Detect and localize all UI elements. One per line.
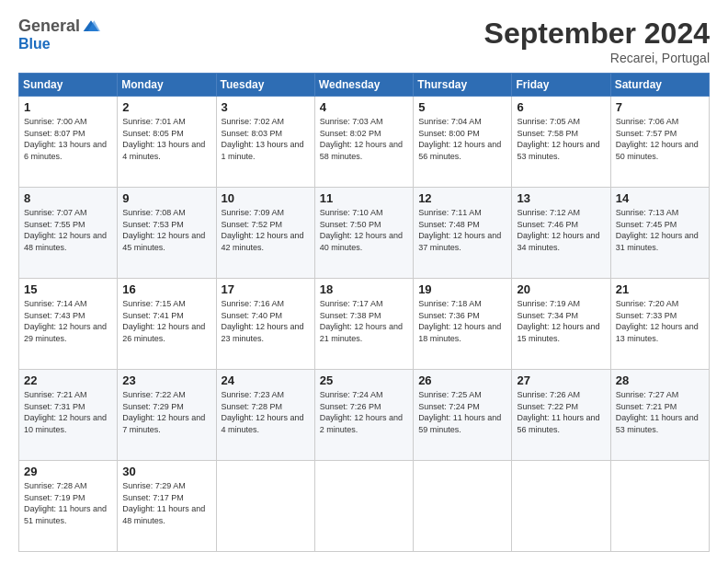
page: General Blue September 2024 Recarei, Por…	[0, 0, 728, 563]
day-number: 29	[24, 465, 112, 478]
day-detail: Sunrise: 7:19 AMSunset: 7:34 PMDaylight:…	[517, 299, 599, 343]
day-number: 27	[517, 373, 605, 387]
day-detail: Sunrise: 7:25 AMSunset: 7:24 PMDaylight:…	[418, 390, 501, 434]
calendar-cell: 14Sunrise: 7:13 AMSunset: 7:45 PMDayligh…	[610, 188, 709, 279]
calendar-cell: 3Sunrise: 7:02 AMSunset: 8:03 PMDaylight…	[216, 97, 314, 188]
day-number: 25	[320, 373, 408, 387]
day-number: 14	[616, 191, 704, 205]
day-detail: Sunrise: 7:22 AMSunset: 7:29 PMDaylight:…	[122, 390, 205, 434]
calendar-cell: 6Sunrise: 7:05 AMSunset: 7:58 PMDaylight…	[512, 97, 610, 188]
calendar-row-5: 29Sunrise: 7:28 AMSunset: 7:19 PMDayligh…	[19, 461, 710, 552]
day-detail: Sunrise: 7:11 AMSunset: 7:48 PMDaylight:…	[418, 208, 501, 252]
day-number: 11	[320, 191, 408, 205]
calendar-cell: 22Sunrise: 7:21 AMSunset: 7:31 PMDayligh…	[19, 370, 118, 461]
calendar-cell: 26Sunrise: 7:25 AMSunset: 7:24 PMDayligh…	[414, 370, 512, 461]
calendar-row-1: 1Sunrise: 7:00 AMSunset: 8:07 PMDaylight…	[19, 97, 710, 188]
col-saturday: Saturday	[610, 74, 709, 97]
calendar-row-4: 22Sunrise: 7:21 AMSunset: 7:31 PMDayligh…	[19, 370, 710, 461]
day-detail: Sunrise: 7:04 AMSunset: 8:00 PMDaylight:…	[418, 117, 501, 161]
day-number: 13	[517, 191, 605, 205]
title-section: September 2024 Recarei, Portugal	[484, 17, 710, 65]
day-number: 22	[24, 373, 112, 387]
calendar-cell: 13Sunrise: 7:12 AMSunset: 7:46 PMDayligh…	[512, 188, 610, 279]
calendar-cell: 21Sunrise: 7:20 AMSunset: 7:33 PMDayligh…	[610, 279, 709, 370]
day-detail: Sunrise: 7:05 AMSunset: 7:58 PMDaylight:…	[517, 117, 599, 161]
calendar-cell: 25Sunrise: 7:24 AMSunset: 7:26 PMDayligh…	[314, 370, 413, 461]
calendar-header-row: Sunday Monday Tuesday Wednesday Thursday…	[19, 74, 710, 97]
calendar-cell: 8Sunrise: 7:07 AMSunset: 7:55 PMDaylight…	[19, 188, 118, 279]
calendar-row-3: 15Sunrise: 7:14 AMSunset: 7:43 PMDayligh…	[19, 279, 710, 370]
day-detail: Sunrise: 7:14 AMSunset: 7:43 PMDaylight:…	[24, 299, 107, 343]
calendar-cell	[512, 461, 610, 552]
day-number: 7	[616, 100, 704, 114]
day-number: 30	[122, 465, 210, 478]
day-detail: Sunrise: 7:24 AMSunset: 7:26 PMDaylight:…	[320, 390, 403, 434]
day-number: 2	[122, 100, 210, 114]
day-detail: Sunrise: 7:08 AMSunset: 7:53 PMDaylight:…	[122, 208, 205, 252]
calendar-cell: 10Sunrise: 7:09 AMSunset: 7:52 PMDayligh…	[216, 188, 314, 279]
calendar-table: Sunday Monday Tuesday Wednesday Thursday…	[18, 73, 710, 552]
logo-icon	[82, 17, 100, 36]
day-detail: Sunrise: 7:03 AMSunset: 8:02 PMDaylight:…	[320, 117, 403, 161]
day-number: 1	[24, 100, 112, 114]
day-number: 9	[122, 191, 210, 205]
calendar-cell	[610, 461, 709, 552]
day-number: 26	[418, 373, 506, 387]
calendar-cell: 23Sunrise: 7:22 AMSunset: 7:29 PMDayligh…	[118, 370, 216, 461]
col-tuesday: Tuesday	[216, 74, 314, 97]
day-number: 28	[616, 373, 704, 387]
calendar-cell: 19Sunrise: 7:18 AMSunset: 7:36 PMDayligh…	[414, 279, 512, 370]
day-detail: Sunrise: 7:01 AMSunset: 8:05 PMDaylight:…	[122, 117, 205, 161]
day-detail: Sunrise: 7:13 AMSunset: 7:45 PMDaylight:…	[616, 208, 699, 252]
day-number: 23	[122, 373, 210, 387]
day-number: 21	[616, 282, 704, 296]
calendar-cell: 1Sunrise: 7:00 AMSunset: 8:07 PMDaylight…	[19, 97, 118, 188]
calendar-cell: 4Sunrise: 7:03 AMSunset: 8:02 PMDaylight…	[314, 97, 413, 188]
calendar-cell: 12Sunrise: 7:11 AMSunset: 7:48 PMDayligh…	[414, 188, 512, 279]
day-detail: Sunrise: 7:07 AMSunset: 7:55 PMDaylight:…	[24, 208, 107, 252]
col-sunday: Sunday	[19, 74, 118, 97]
day-number: 19	[418, 282, 506, 296]
day-detail: Sunrise: 7:27 AMSunset: 7:21 PMDaylight:…	[616, 390, 699, 434]
col-wednesday: Wednesday	[314, 74, 413, 97]
day-number: 10	[222, 191, 310, 205]
day-number: 4	[320, 100, 408, 114]
day-number: 12	[418, 191, 506, 205]
calendar-cell: 2Sunrise: 7:01 AMSunset: 8:05 PMDaylight…	[118, 97, 216, 188]
day-number: 16	[122, 282, 210, 296]
day-detail: Sunrise: 7:02 AMSunset: 8:03 PMDaylight:…	[222, 117, 304, 161]
logo-blue-text: Blue	[18, 36, 51, 52]
day-number: 6	[517, 100, 605, 114]
day-detail: Sunrise: 7:21 AMSunset: 7:31 PMDaylight:…	[24, 390, 107, 434]
day-detail: Sunrise: 7:17 AMSunset: 7:38 PMDaylight:…	[320, 299, 403, 343]
day-detail: Sunrise: 7:23 AMSunset: 7:28 PMDaylight:…	[222, 390, 304, 434]
calendar-cell: 30Sunrise: 7:29 AMSunset: 7:17 PMDayligh…	[118, 461, 216, 552]
header: General Blue September 2024 Recarei, Por…	[18, 17, 710, 65]
day-detail: Sunrise: 7:12 AMSunset: 7:46 PMDaylight:…	[517, 208, 599, 252]
calendar-cell: 18Sunrise: 7:17 AMSunset: 7:38 PMDayligh…	[314, 279, 413, 370]
month-title: September 2024	[484, 17, 710, 51]
calendar-row-2: 8Sunrise: 7:07 AMSunset: 7:55 PMDaylight…	[19, 188, 710, 279]
calendar-cell: 7Sunrise: 7:06 AMSunset: 7:57 PMDaylight…	[610, 97, 709, 188]
day-detail: Sunrise: 7:09 AMSunset: 7:52 PMDaylight:…	[222, 208, 304, 252]
day-number: 15	[24, 282, 112, 296]
calendar-cell: 28Sunrise: 7:27 AMSunset: 7:21 PMDayligh…	[610, 370, 709, 461]
col-friday: Friday	[512, 74, 610, 97]
col-monday: Monday	[118, 74, 216, 97]
day-detail: Sunrise: 7:00 AMSunset: 8:07 PMDaylight:…	[24, 117, 107, 161]
day-number: 17	[222, 282, 310, 296]
logo-general-text: General	[18, 17, 80, 36]
day-detail: Sunrise: 7:16 AMSunset: 7:40 PMDaylight:…	[222, 299, 304, 343]
calendar-cell: 27Sunrise: 7:26 AMSunset: 7:22 PMDayligh…	[512, 370, 610, 461]
calendar-cell: 24Sunrise: 7:23 AMSunset: 7:28 PMDayligh…	[216, 370, 314, 461]
day-number: 20	[517, 282, 605, 296]
logo: General Blue	[18, 17, 100, 52]
day-detail: Sunrise: 7:15 AMSunset: 7:41 PMDaylight:…	[122, 299, 205, 343]
day-number: 24	[222, 373, 310, 387]
calendar-cell	[314, 461, 413, 552]
day-number: 8	[24, 191, 112, 205]
calendar-cell: 17Sunrise: 7:16 AMSunset: 7:40 PMDayligh…	[216, 279, 314, 370]
calendar-cell: 20Sunrise: 7:19 AMSunset: 7:34 PMDayligh…	[512, 279, 610, 370]
day-detail: Sunrise: 7:28 AMSunset: 7:19 PMDaylight:…	[24, 481, 107, 525]
calendar-cell: 9Sunrise: 7:08 AMSunset: 7:53 PMDaylight…	[118, 188, 216, 279]
